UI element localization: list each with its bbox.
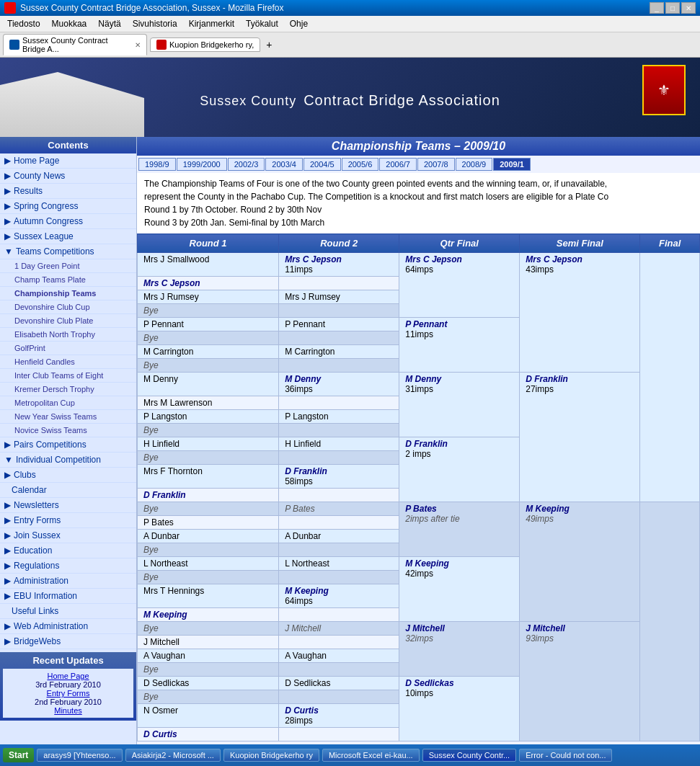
close-button[interactable]: ✕ — [681, 2, 696, 14]
r2-cell — [279, 359, 399, 373]
sidebar-item-regulations[interactable]: ▶Regulations — [0, 558, 136, 574]
year-tab-2007[interactable]: 2007/8 — [417, 158, 455, 171]
sidebar-item-kremer[interactable]: Kremer Dersch Trophy — [0, 383, 136, 396]
r1-cell: M Carrington — [138, 345, 279, 359]
r1-cell: L Northeast — [138, 557, 279, 571]
r1-cell: Mrs J Rumsey — [138, 290, 279, 304]
recent-home-link[interactable]: Home Page — [47, 672, 89, 680]
sidebar-item-henfield[interactable]: Henfield Candles — [0, 355, 136, 369]
tab-kuopion[interactable]: Kuopion Bridgekerho ry, — [150, 37, 260, 52]
menu-sivuhistoria[interactable]: Sivuhistoria — [128, 17, 182, 30]
sidebar-item-useful[interactable]: Useful Links — [0, 604, 136, 619]
sidebar-item-inter[interactable]: Inter Club Teams of Eight — [0, 369, 136, 383]
sidebar-item-teams[interactable]: ▼Teams Competitions — [0, 244, 136, 259]
year-tab-2008[interactable]: 2008/9 — [456, 158, 493, 171]
sidebar-item-autumn[interactable]: ▶Autumn Congress — [0, 214, 136, 229]
recent-entry-link[interactable]: Entry Forms — [47, 689, 90, 698]
r2-cell — [279, 451, 399, 465]
sidebar-item-novice[interactable]: Novice Swiss Teams — [0, 424, 136, 437]
menu-nayta[interactable]: Näytä — [94, 17, 125, 30]
recent-home-date: 3rd February 2010 — [35, 680, 101, 689]
taskbar-item-5[interactable]: Sussex County Contr... — [422, 749, 517, 762]
new-tab-button[interactable]: + — [266, 39, 272, 50]
menu-bar: Tiedosto Muokkaa Näytä Sivuhistoria Kirj… — [0, 16, 700, 32]
r1-cell: M Denny — [138, 373, 279, 396]
r2-cell: J Mitchell — [279, 622, 399, 636]
r2-cell: A Dunbar — [279, 530, 399, 543]
r2-cell — [279, 608, 399, 622]
sidebar: Contents ▶Home Page ▶County News ▶Result… — [0, 137, 137, 766]
r1-cell: Mrs F Thornton — [138, 465, 279, 489]
r1-cell: H Linfield — [138, 437, 279, 451]
sidebar-item-league[interactable]: ▶Sussex League — [0, 229, 136, 244]
sidebar-item-spring[interactable]: ▶Spring Congress — [0, 199, 136, 214]
tab-sussex[interactable]: Sussex County Contract Bridge A... ✕ — [3, 34, 147, 55]
sidebar-item-join[interactable]: ▶Join Sussex — [0, 528, 136, 543]
col-qtr: Qtr Final — [399, 234, 520, 253]
sidebar-item-webadmin[interactable]: ▶Web Administration — [0, 619, 136, 634]
year-tab-1998[interactable]: 1998/9 — [138, 158, 176, 171]
taskbar-item-2[interactable]: Asiakirja2 - Microsoft ... — [125, 749, 221, 762]
crest-symbol: ⚜ — [657, 81, 670, 99]
r2-cell: M Denny36imps — [279, 373, 399, 396]
sidebar-item-bridgewebs[interactable]: ▶BridgeWebs — [0, 634, 136, 649]
year-tab-2003[interactable]: 2003/4 — [265, 158, 303, 171]
final-cell — [640, 502, 700, 741]
taskbar-item-6[interactable]: Error - Could not con... — [519, 749, 612, 762]
year-tab-2005[interactable]: 2005/6 — [342, 158, 379, 171]
taskbar-item-4[interactable]: Microsoft Excel ei-kau... — [322, 749, 420, 762]
sidebar-item-results[interactable]: ▶Results — [0, 184, 136, 199]
menu-tiedosto[interactable]: Tiedosto — [3, 17, 45, 30]
tab-close-1[interactable]: ✕ — [135, 41, 141, 49]
sidebar-item-newsletters[interactable]: ▶Newsletters — [0, 498, 136, 513]
sidebar-item-devon-cup[interactable]: Devonshire Club Cup — [0, 300, 136, 314]
r2-cell: Mrs J Rumsey — [279, 290, 399, 304]
sidebar-item-admin[interactable]: ▶Administration — [0, 574, 136, 589]
year-tab-2009[interactable]: 2009/1 — [493, 158, 531, 171]
sidebar-item-pairs[interactable]: ▶Pairs Competitions — [0, 437, 136, 453]
year-tab-1999[interactable]: 1999/2000 — [177, 158, 227, 171]
tab-bar: Sussex County Contract Bridge A... ✕ Kuo… — [0, 32, 700, 58]
sidebar-item-calendar[interactable]: Calendar — [0, 483, 136, 498]
sidebar-item-1day[interactable]: 1 Day Green Point — [0, 259, 136, 273]
sidebar-item-champ-teams[interactable]: Championship Teams — [0, 287, 136, 300]
year-tab-2004[interactable]: 2004/5 — [304, 158, 341, 171]
taskbar-item-1[interactable]: arasys9 [Yhteenso... — [37, 749, 122, 762]
r2-cell — [279, 636, 399, 649]
r1-cell: Bye — [138, 502, 279, 516]
r2-cell: D Curtis28imps — [279, 704, 399, 728]
r1-cell: Bye — [138, 543, 279, 557]
sidebar-item-ebu[interactable]: ▶EBU Information — [0, 589, 136, 604]
r2-cell — [279, 516, 399, 530]
r2-cell — [279, 690, 399, 704]
sidebar-item-home[interactable]: ▶Home Page — [0, 153, 136, 169]
sidebar-item-entry[interactable]: ▶Entry Forms — [0, 513, 136, 528]
sidebar-item-devon-plate[interactable]: Devonshire Club Plate — [0, 314, 136, 328]
sidebar-item-elisabeth[interactable]: Elisabeth North Trophy — [0, 328, 136, 342]
start-button[interactable]: Start — [3, 748, 34, 762]
menu-ohje[interactable]: Ohje — [285, 17, 312, 30]
r1-cell: D Curtis — [138, 728, 279, 741]
sidebar-item-county-news[interactable]: ▶County News — [0, 169, 136, 184]
sidebar-item-newyear[interactable]: New Year Swiss Teams — [0, 410, 136, 424]
sf-cell: Mrs C Jepson43imps — [520, 253, 640, 373]
recent-minutes-link[interactable]: Minutes — [54, 706, 82, 715]
sidebar-item-education[interactable]: ▶Education — [0, 543, 136, 558]
menu-kirjanmerkit[interactable]: Kirjanmerkit — [185, 17, 239, 30]
r2-cell: H Linfield — [279, 437, 399, 451]
sidebar-item-clubs[interactable]: ▶Clubs — [0, 468, 136, 483]
sidebar-item-metro[interactable]: Metropolitan Cup — [0, 396, 136, 410]
maximize-button[interactable]: □ — [665, 2, 680, 14]
sidebar-item-champ-plate[interactable]: Champ Teams Plate — [0, 273, 136, 287]
menu-muokkaa[interactable]: Muokkaa — [48, 17, 92, 30]
taskbar-item-3[interactable]: Kuopion Bridgekerho ry — [223, 749, 319, 762]
menu-tyokalut[interactable]: Työkalut — [242, 17, 283, 30]
r1-cell: Mrs T Hennings — [138, 584, 279, 608]
year-tab-2006[interactable]: 2006/7 — [379, 158, 417, 171]
sidebar-item-golf[interactable]: GolfPrint — [0, 342, 136, 355]
minimize-button[interactable]: _ — [650, 2, 664, 14]
year-tab-2002[interactable]: 2002/3 — [228, 158, 265, 171]
sidebar-item-individual[interactable]: ▼Individual Competition — [0, 453, 136, 468]
r2-cell: A Vaughan — [279, 649, 399, 663]
window-controls[interactable]: _ □ ✕ — [650, 2, 696, 14]
